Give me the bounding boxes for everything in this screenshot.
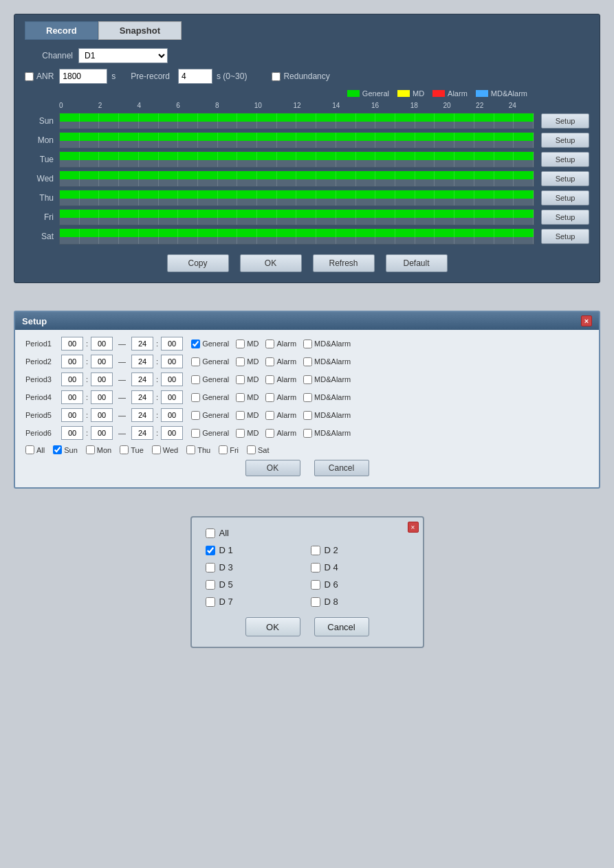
setup-btn-thu[interactable]: Setup [541, 190, 589, 205]
period-1-general[interactable]: General [191, 340, 229, 348]
period-5-end-h[interactable] [131, 408, 153, 422]
channel-d6[interactable]: D 6 [311, 579, 409, 590]
channel-d8-checkbox[interactable] [311, 597, 320, 607]
period-4-end-m[interactable] [161, 390, 183, 404]
period-3-end-m[interactable] [161, 372, 183, 386]
period-6-end-h[interactable] [131, 426, 153, 440]
day-fri[interactable]: Fri [219, 445, 239, 454]
period-5-end-m[interactable] [161, 408, 183, 422]
channel-d4[interactable]: D 4 [311, 562, 409, 572]
channel-select[interactable]: D1D2D3D4 D5D6D7D8 [78, 48, 168, 63]
period-6-end-m[interactable] [161, 426, 183, 440]
period-6-mdalarm[interactable]: MD&Alarm [303, 429, 351, 438]
default-button[interactable]: Default [386, 254, 448, 272]
period-6-start-m[interactable] [91, 426, 113, 440]
schedule-bar-sun[interactable] [59, 113, 534, 129]
channel-d7[interactable]: D 7 [206, 597, 304, 607]
channel-d5-checkbox[interactable] [206, 580, 215, 590]
period-5-general[interactable]: General [191, 411, 229, 420]
day-wed[interactable]: Wed [152, 445, 178, 454]
period-2-mdalarm[interactable]: MD&Alarm [303, 357, 351, 366]
channel-d4-checkbox[interactable] [311, 563, 320, 572]
channel-d2-checkbox[interactable] [311, 546, 320, 555]
schedule-bar-mon[interactable] [59, 132, 534, 148]
period-2-end-h[interactable] [131, 355, 153, 368]
period-5-md[interactable]: MD [236, 411, 259, 420]
period-6-start-h[interactable] [61, 426, 83, 440]
day-all[interactable]: All [25, 445, 45, 454]
channel-d5[interactable]: D 5 [206, 579, 304, 590]
period-3-end-h[interactable] [131, 372, 153, 386]
period-4-md[interactable]: MD [236, 393, 259, 402]
anr-checkbox-label[interactable]: ANR [25, 71, 54, 81]
schedule-bar-tue[interactable] [59, 151, 534, 168]
copy-dialog-close-button[interactable]: × [408, 522, 419, 533]
setup-btn-sat[interactable]: Setup [541, 229, 589, 244]
period-2-start-m[interactable] [91, 355, 113, 368]
channel-d1[interactable]: D 1 [206, 545, 304, 555]
day-sun[interactable]: Sun [53, 445, 78, 454]
period-1-start-m[interactable] [91, 337, 113, 350]
setup-btn-fri[interactable]: Setup [541, 210, 589, 225]
copy-cancel-button[interactable]: Cancel [314, 617, 369, 636]
period-1-mdalarm[interactable]: MD&Alarm [303, 340, 351, 348]
period-2-general[interactable]: General [191, 357, 229, 366]
setup-btn-mon[interactable]: Setup [541, 133, 589, 148]
period-5-mdalarm[interactable]: MD&Alarm [303, 411, 351, 420]
period-5-start-h[interactable] [61, 408, 83, 422]
setup-btn-sun[interactable]: Setup [541, 113, 589, 129]
period-6-general[interactable]: General [191, 429, 229, 438]
period-4-start-m[interactable] [91, 390, 113, 404]
tab-record[interactable]: Record [25, 21, 98, 40]
period-4-start-h[interactable] [61, 390, 83, 404]
channel-d2[interactable]: D 2 [311, 545, 409, 555]
redundancy-checkbox[interactable] [272, 72, 281, 81]
anr-input[interactable] [59, 69, 107, 84]
channel-d8[interactable]: D 8 [311, 597, 409, 607]
channel-d7-checkbox[interactable] [206, 597, 215, 607]
period-3-start-m[interactable] [91, 372, 113, 386]
period-4-mdalarm[interactable]: MD&Alarm [303, 393, 351, 402]
period-1-start-h[interactable] [61, 337, 83, 350]
anr-checkbox[interactable] [25, 72, 34, 81]
channel-all[interactable]: All [206, 528, 409, 538]
schedule-bar-sat[interactable] [59, 228, 534, 245]
day-thu[interactable]: Thu [186, 445, 210, 454]
period-2-md[interactable]: MD [236, 357, 259, 366]
day-sat[interactable]: Sat [247, 445, 270, 454]
schedule-bar-wed[interactable] [59, 170, 534, 187]
prerecord-input[interactable] [178, 69, 212, 84]
ok-button[interactable]: OK [240, 254, 302, 272]
period-3-general[interactable]: General [191, 375, 229, 384]
setup-btn-wed[interactable]: Setup [541, 171, 589, 186]
schedule-bar-fri[interactable] [59, 209, 534, 225]
channel-d3-checkbox[interactable] [206, 563, 215, 572]
period-1-end-h[interactable] [131, 337, 153, 350]
copy-button[interactable]: Copy [167, 254, 229, 272]
setup-btn-tue[interactable]: Setup [541, 152, 589, 167]
period-4-general[interactable]: General [191, 393, 229, 402]
channel-all-checkbox[interactable] [206, 528, 215, 538]
period-1-alarm[interactable]: Alarm [265, 340, 296, 348]
period-3-md[interactable]: MD [236, 375, 259, 384]
setup-cancel-button[interactable]: Cancel [314, 460, 369, 476]
period-5-start-m[interactable] [91, 408, 113, 422]
period-1-md[interactable]: MD [236, 340, 259, 348]
channel-d6-checkbox[interactable] [311, 580, 320, 590]
period-6-md[interactable]: MD [236, 429, 259, 438]
setup-dialog-close-button[interactable]: × [581, 315, 592, 326]
period-2-alarm[interactable]: Alarm [265, 357, 296, 366]
period-4-end-h[interactable] [131, 390, 153, 404]
period-5-alarm[interactable]: Alarm [265, 411, 296, 420]
schedule-bar-thu[interactable] [59, 190, 534, 206]
redundancy-label[interactable]: Redundancy [272, 71, 329, 81]
channel-d3[interactable]: D 3 [206, 562, 304, 572]
copy-ok-button[interactable]: OK [245, 617, 300, 636]
period-3-alarm[interactable]: Alarm [265, 375, 296, 384]
refresh-button[interactable]: Refresh [313, 254, 375, 272]
day-mon[interactable]: Mon [86, 445, 111, 454]
tab-snapshot[interactable]: Snapshot [98, 21, 182, 40]
period-4-alarm[interactable]: Alarm [265, 393, 296, 402]
period-3-start-h[interactable] [61, 372, 83, 386]
day-tue[interactable]: Tue [120, 445, 144, 454]
